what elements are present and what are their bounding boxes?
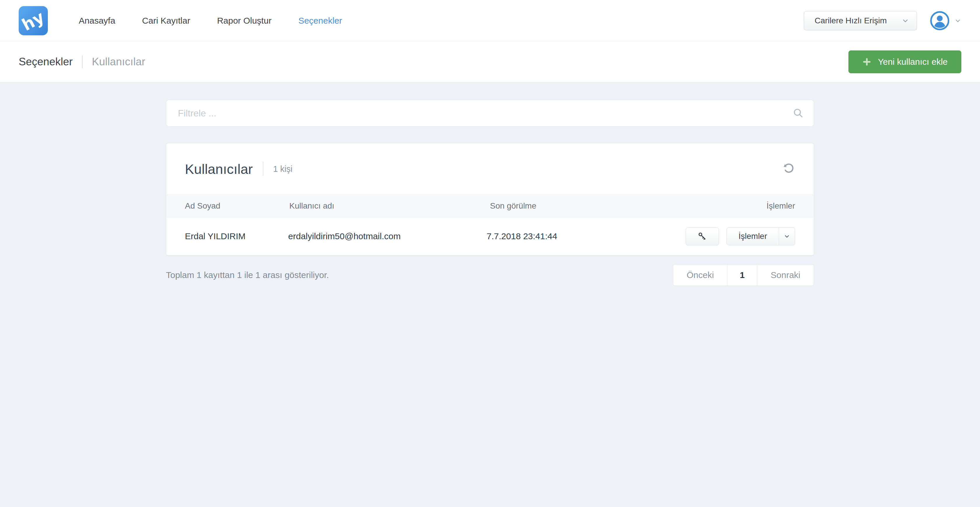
refresh-button[interactable] [782, 162, 795, 175]
refresh-icon [782, 162, 795, 175]
user-menu-caret [955, 17, 961, 24]
nav-item-rapor-olustur[interactable]: Rapor Oluştur [204, 16, 285, 26]
users-table-header: Ad Soyad Kullanıcı adı Son görülme İşlem… [166, 195, 814, 217]
users-card: Kullanıcılar 1 kişi Ad Soyad Kullanıcı a… [166, 143, 814, 255]
column-header-last-seen: Son görülme [490, 201, 691, 210]
pagination-previous-button[interactable]: Önceki [673, 265, 727, 285]
page-header-bar: Seçenekler Kullanıcılar Yeni kullanıcı e… [0, 41, 980, 82]
filter-box [166, 100, 814, 127]
nav-item-cari-kayitlar[interactable]: Cari Kayıtlar [129, 16, 204, 26]
records-summary: Toplam 1 kayıttan 1 ile 1 arası gösteril… [166, 270, 329, 280]
users-count-label: 1 kişi [273, 164, 293, 174]
breadcrumb: Seçenekler Kullanıcılar [19, 56, 145, 68]
row-actions-split-button: İşlemler [727, 227, 795, 246]
add-user-button[interactable]: Yeni kullanıcı ekle [848, 51, 961, 73]
chevron-down-icon [783, 233, 791, 240]
search-icon [792, 107, 805, 121]
cell-name: Erdal YILDIRIM [166, 231, 288, 241]
title-separator [263, 162, 263, 176]
password-key-button[interactable] [686, 227, 719, 246]
svg-text:hy: hy [19, 7, 47, 34]
pagination: Önceki 1 Sonraki [673, 264, 814, 286]
user-avatar-icon [930, 11, 950, 30]
main-nav: Anasayfa Cari Kayıtlar Rapor Oluştur Seç… [65, 16, 356, 26]
nav-item-secenekler[interactable]: Seçenekler [285, 16, 356, 26]
column-header-username: Kullanıcı adı [290, 201, 490, 210]
column-header-name: Ad Soyad [166, 201, 290, 210]
chevron-down-icon [955, 17, 961, 24]
table-row: Erdal YILDIRIM erdalyildirim50@hotmail.c… [166, 217, 814, 255]
quick-access-select[interactable]: Carilere Hızlı Erişim [804, 11, 917, 30]
pagination-next-button[interactable]: Sonraki [757, 265, 814, 285]
users-card-header: Kullanıcılar 1 kişi [166, 143, 814, 195]
cell-last-seen: 7.7.2018 23:41:44 [487, 231, 686, 241]
main-content: Kullanıcılar 1 kişi Ad Soyad Kullanıcı a… [166, 100, 814, 286]
breadcrumb-section[interactable]: Seçenekler [19, 56, 73, 68]
row-actions-caret-button[interactable] [779, 228, 795, 245]
row-actions-button[interactable]: İşlemler [727, 228, 779, 245]
nav-item-anasayfa[interactable]: Anasayfa [65, 16, 129, 26]
chevron-down-icon [902, 17, 909, 24]
page-title: Kullanıcılar [92, 56, 145, 68]
top-navbar: hy Anasayfa Cari Kayıtlar Rapor Oluştur … [0, 0, 980, 41]
pagination-current-page[interactable]: 1 [727, 265, 757, 285]
key-icon [697, 231, 708, 242]
cell-username: erdalyildirim50@hotmail.com [288, 231, 487, 241]
cell-actions: İşlemler [686, 227, 814, 246]
navbar-right: Carilere Hızlı Erişim [804, 11, 961, 30]
users-card-title: Kullanıcılar [185, 161, 253, 177]
column-header-actions: İşlemler [691, 201, 814, 210]
breadcrumb-separator [82, 56, 83, 68]
app-logo[interactable]: hy [19, 6, 48, 35]
filter-input[interactable] [166, 100, 814, 127]
table-footer: Toplam 1 kayıttan 1 ile 1 arası gösteril… [166, 264, 814, 286]
add-user-button-label: Yeni kullanıcı ekle [878, 57, 948, 67]
quick-access-label: Carilere Hızlı Erişim [815, 16, 887, 26]
user-menu[interactable] [930, 11, 961, 30]
app-logo-icon: hy [19, 6, 48, 35]
plus-icon [862, 57, 872, 67]
